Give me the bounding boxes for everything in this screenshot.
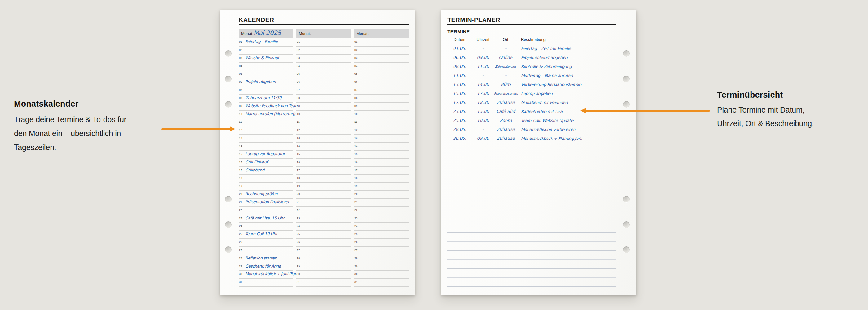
appointment-row: 17.05.18:30ZuhauseGrillabend mit Freunde… <box>447 98 616 107</box>
day-number: 03 <box>297 56 300 60</box>
calendar-day-row: 31 <box>354 279 409 287</box>
cell-ort: Zuhause <box>494 134 517 143</box>
day-entry-handwritten: Projekt abgeben <box>245 80 276 84</box>
empty-cell <box>517 206 616 215</box>
day-number: 06 <box>354 80 358 83</box>
day-number: 29 <box>297 265 300 268</box>
calendar-day-row: 09 <box>354 103 409 111</box>
day-number: 29 <box>354 265 358 268</box>
empty-appointment-row <box>447 152 616 161</box>
day-entry-handwritten: Monatsrückblick + Juni Plan <box>245 272 297 276</box>
day-number: 04 <box>239 64 242 68</box>
termin-page-title: TERMIN-PLANER <box>447 17 500 24</box>
day-number: 13 <box>354 136 358 140</box>
day-number: 17 <box>297 168 300 172</box>
calendar-day-row: 25Team-Call 10 Uhr <box>239 230 293 239</box>
binder-hole <box>623 246 630 253</box>
calendar-day-row: 26 <box>297 239 351 247</box>
day-number: 22 <box>297 209 300 212</box>
empty-cell <box>494 206 517 215</box>
day-number: 27 <box>297 249 300 252</box>
day-entry-handwritten: Mama anrufen (Muttertag) <box>245 112 295 116</box>
empty-appointment-row <box>447 269 616 278</box>
empty-cell <box>517 251 616 259</box>
calendar-day-row: 23Café mit Lisa, 15 Uhr <box>239 215 293 223</box>
calendar-day-row: 18 <box>354 175 409 183</box>
empty-cell <box>517 215 616 223</box>
calendar-day-row: 27 <box>354 247 409 255</box>
empty-cell <box>494 170 517 179</box>
day-number: 14 <box>354 145 358 148</box>
appointment-row: 08.05.11:30ZahnarztpraxisKontrolle & Zah… <box>447 62 616 71</box>
calendar-day-row: 02 <box>354 46 409 55</box>
calendar-day-row: 29 <box>354 263 409 271</box>
empty-cell <box>472 224 494 232</box>
day-number: 17 <box>239 168 242 172</box>
day-number: 25 <box>239 232 242 236</box>
appointment-row: 13.05.14:00BüroVorbereitung Redaktionste… <box>447 80 616 89</box>
day-number: 11 <box>354 120 358 123</box>
calendar-day-row: 15 <box>297 151 351 159</box>
binder-hole <box>225 50 231 57</box>
calendar-day-row: 16 <box>297 159 351 167</box>
day-entry-handwritten: Wäsche & Einkauf <box>245 56 279 60</box>
arrow-shaft <box>585 110 710 112</box>
empty-cell <box>447 197 472 206</box>
cell-datum: 08.05. <box>447 62 472 71</box>
calendar-day-row: 16 <box>354 159 409 167</box>
termine-heading: TERMINE <box>447 29 470 34</box>
empty-cell <box>494 242 517 250</box>
empty-cell <box>517 278 616 286</box>
appointment-row: 30.05.09:00ZuhauseMonatsrückblick + Plan… <box>447 134 616 143</box>
empty-cell <box>447 260 472 269</box>
calendar-day-row: 06Projekt abgeben <box>239 79 293 87</box>
empty-appointment-row <box>447 179 616 188</box>
empty-cell <box>447 215 472 223</box>
calendar-day-row: 08 <box>297 95 351 103</box>
day-number: 07 <box>239 88 242 91</box>
empty-cell <box>494 224 517 232</box>
day-number: 24 <box>239 224 242 227</box>
calendar-day-row: 12 <box>354 126 409 134</box>
empty-appointment-row <box>447 242 616 251</box>
cell-beschreibung: Kontrolle & Zahnreinigung <box>517 62 616 71</box>
empty-appointment-row <box>447 233 616 242</box>
day-number: 24 <box>297 224 300 227</box>
cell-uhrzeit: 11:30 <box>472 62 494 71</box>
empty-cell <box>494 215 517 223</box>
annotation-heading: Terminübersicht <box>717 90 850 100</box>
calendar-day-row: 05 <box>297 70 351 79</box>
empty-cell <box>472 179 494 188</box>
calendar-day-row: 29 <box>297 263 351 271</box>
cell-ort: Reparaturservice <box>494 89 517 98</box>
day-number: 09 <box>354 104 358 107</box>
calendar-day-row: 18 <box>239 175 293 183</box>
calendar-day-row: 17 <box>297 167 351 175</box>
calendar-day-row: 28 <box>297 255 351 263</box>
empty-cell <box>494 251 517 259</box>
calendar-day-row: 12 <box>239 126 293 134</box>
calendar-day-row: 25 <box>297 230 351 239</box>
cell-ort: Zahnarztpraxis <box>494 62 517 71</box>
calendar-day-row: 06 <box>354 79 409 87</box>
day-number: 16 <box>297 161 300 164</box>
calendar-day-row: 19 <box>354 183 409 191</box>
empty-cell <box>517 269 616 277</box>
cell-ort: - <box>494 71 517 80</box>
day-number: 16 <box>239 161 242 164</box>
day-number: 30 <box>354 273 358 276</box>
arrow-right-icon <box>161 126 242 132</box>
table-column-divider <box>494 35 494 284</box>
appointment-row: 15.05.17:00ReparaturserviceLaptop abgebe… <box>447 89 616 98</box>
calendar-day-row: 30Monatsrückblick + Juni Plan <box>239 271 293 279</box>
calendar-month-column: Monat:0102030405060708091011121314151617… <box>354 29 409 287</box>
cell-beschreibung: Vorbereitung Redaktionstermin <box>517 80 616 89</box>
kalender-page: KALENDER Monat:Mai 202501Feiertag – Fami… <box>220 10 415 295</box>
calendar-day-row: 04 <box>354 63 409 71</box>
cell-ort: Zoom <box>494 116 517 125</box>
day-number: 20 <box>239 192 242 196</box>
day-number: 02 <box>297 49 300 52</box>
calendar-day-row: 29Geschenk für Anna <box>239 263 293 271</box>
day-entry-handwritten: Grillabend <box>245 168 265 173</box>
day-number: 02 <box>239 49 242 52</box>
